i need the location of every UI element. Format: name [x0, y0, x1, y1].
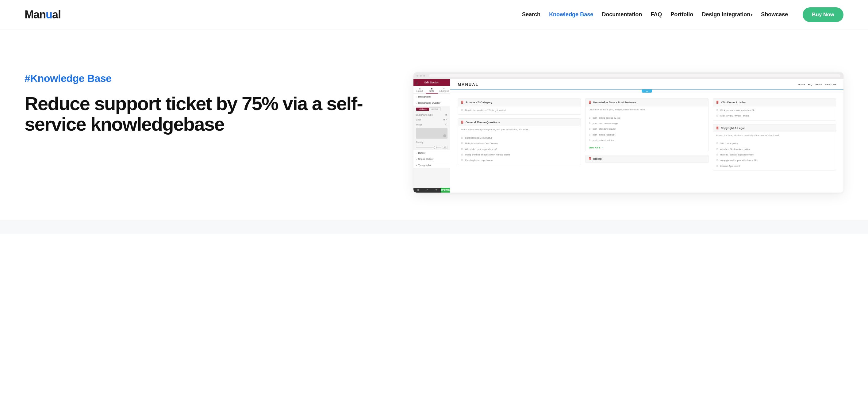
update-button[interactable]: UPDATE	[441, 188, 450, 193]
footer-history-icon[interactable]: ↶	[423, 188, 432, 193]
briefcase-icon: 🗄	[589, 157, 591, 160]
preview-active-pill[interactable]: • ●● •	[642, 90, 652, 93]
tab-style[interactable]: ◐Style	[426, 86, 438, 94]
window-dot-icon	[420, 75, 422, 77]
brush-icon[interactable]: ▦	[445, 114, 447, 116]
editor-panel: ☰ Edit Section ▦Layout ◐Style ⚙Advanced …	[413, 79, 450, 193]
footer-preview-icon[interactable]: 👁	[432, 188, 441, 193]
hero-headline: Reduce support ticket by 75% via a self-…	[25, 94, 401, 135]
color-row: Color◉ ✎	[413, 117, 450, 122]
buy-now-button[interactable]: Buy Now	[803, 7, 843, 22]
tab-advanced[interactable]: ⚙Advanced	[438, 86, 450, 94]
nav-search[interactable]: Search	[522, 11, 540, 18]
doc-icon: 🗎	[589, 122, 591, 125]
preview-nav-faq[interactable]: FAQ	[808, 84, 812, 86]
section-background-overlay[interactable]: Background Overlay	[413, 100, 450, 106]
preview-logo: MANUAL	[458, 82, 478, 87]
image-row: Image▢	[413, 122, 450, 127]
card-private-kb[interactable]: 🗄Private KB Category 🗎New to the wordpre…	[458, 98, 581, 115]
doc-icon: 🗎	[589, 133, 591, 136]
browser-chrome	[413, 72, 843, 79]
doc-icon: 🗎	[461, 136, 463, 139]
doc-icon: 🗎	[716, 142, 719, 145]
url-bar	[429, 74, 840, 77]
main-nav: Search Knowledge Base Documentation FAQ …	[522, 7, 843, 22]
color-picker-icon[interactable]: ◉ ✎	[443, 118, 447, 121]
image-upload[interactable]	[416, 128, 447, 138]
window-dot-icon	[416, 75, 418, 77]
nav-design-integration[interactable]: Design Integration▾	[702, 11, 752, 18]
editor-tabs: ▦Layout ◐Style ⚙Advanced	[413, 86, 450, 94]
preview-tab-strip: • ●● •	[450, 89, 843, 93]
editor-footer: ⚙ ↶ 👁 UPDATE	[413, 188, 450, 193]
preview-nav-about[interactable]: ABOUT US	[825, 84, 836, 86]
card-billing[interactable]: 🗄Billing	[585, 155, 709, 163]
doc-icon: 🗎	[461, 159, 463, 162]
state-toggle[interactable]: NORMALHOVER	[416, 107, 441, 111]
doc-icon: 🗎	[716, 109, 719, 112]
footer-settings-icon[interactable]: ⚙	[413, 188, 423, 193]
doc-icon: 🗎	[461, 109, 463, 112]
briefcase-icon: 🗄	[461, 121, 464, 124]
section-shape-divider[interactable]: Shape Divider	[413, 156, 450, 162]
doc-icon: 🗎	[589, 128, 591, 131]
footer-band	[0, 220, 868, 234]
arrow-right-icon: →	[601, 146, 603, 149]
chevron-down-icon: ▾	[751, 13, 752, 17]
card-demo-articles[interactable]: 🗄KB - Demo Articles 🗎Click to view priva…	[713, 98, 836, 121]
device-icon[interactable]: ▢	[445, 123, 447, 126]
product-screenshot: ☰ Edit Section ▦Layout ◐Style ⚙Advanced …	[413, 72, 843, 193]
doc-icon: 🗎	[716, 165, 719, 168]
doc-icon: 🗎	[461, 153, 463, 156]
hero-tag: #Knowledge Base	[25, 72, 401, 84]
nav-faq[interactable]: FAQ	[651, 11, 662, 18]
section-typography[interactable]: Typography	[413, 162, 450, 168]
briefcase-icon: 🗄	[716, 101, 719, 104]
card-post-features[interactable]: 🗄Knowledge Base - Post Features Learn ho…	[585, 98, 709, 151]
site-header: Manual Search Knowledge Base Documentati…	[0, 0, 868, 29]
doc-icon: 🗎	[461, 142, 463, 145]
nav-showcase[interactable]: Showcase	[761, 11, 788, 18]
opacity-slider[interactable]	[416, 147, 441, 148]
tab-layout[interactable]: ▦Layout	[413, 86, 426, 94]
window-dot-icon	[423, 75, 425, 77]
doc-icon: 🗎	[716, 114, 719, 118]
preview-nav: HOME FAQ NEWS ABOUT US	[798, 84, 836, 86]
doc-icon: 🗎	[716, 148, 719, 151]
doc-icon: 🗎	[461, 148, 463, 151]
doc-icon: 🗎	[589, 117, 591, 120]
section-border[interactable]: Border	[413, 150, 450, 156]
opacity-value[interactable]: 0.5	[442, 146, 447, 149]
preview-pane: MANUAL HOME FAQ NEWS ABOUT US • ●● •	[450, 79, 843, 193]
nav-knowledge-base[interactable]: Knowledge Base	[549, 11, 593, 18]
briefcase-icon: 🗄	[461, 101, 464, 104]
hero-section: #Knowledge Base Reduce support ticket by…	[0, 29, 868, 217]
briefcase-icon: 🗄	[589, 101, 591, 104]
doc-icon: 🗎	[716, 159, 719, 162]
nav-documentation[interactable]: Documentation	[602, 11, 642, 18]
section-background[interactable]: Background	[413, 94, 450, 100]
briefcase-icon: 🗄	[716, 127, 719, 130]
doc-icon: 🗎	[716, 153, 719, 156]
card-general-theme[interactable]: 🗄General Theme Questions Learn how to ad…	[458, 118, 581, 165]
site-logo[interactable]: Manual	[25, 8, 61, 21]
card-copyright[interactable]: 🗄Copyright & Legal Protect the time, eff…	[713, 124, 836, 170]
opacity-label: Opacity	[413, 140, 450, 145]
preview-nav-home[interactable]: HOME	[798, 84, 805, 86]
doc-icon: 🗎	[589, 139, 591, 142]
preview-nav-news[interactable]: NEWS	[815, 84, 822, 86]
menu-icon[interactable]: ☰	[415, 81, 418, 85]
bg-type-row: Background Type▦	[413, 112, 450, 117]
editor-title: ☰ Edit Section	[413, 79, 450, 86]
nav-portfolio[interactable]: Portfolio	[671, 11, 693, 18]
view-all-link[interactable]: View All 8→	[586, 145, 708, 151]
